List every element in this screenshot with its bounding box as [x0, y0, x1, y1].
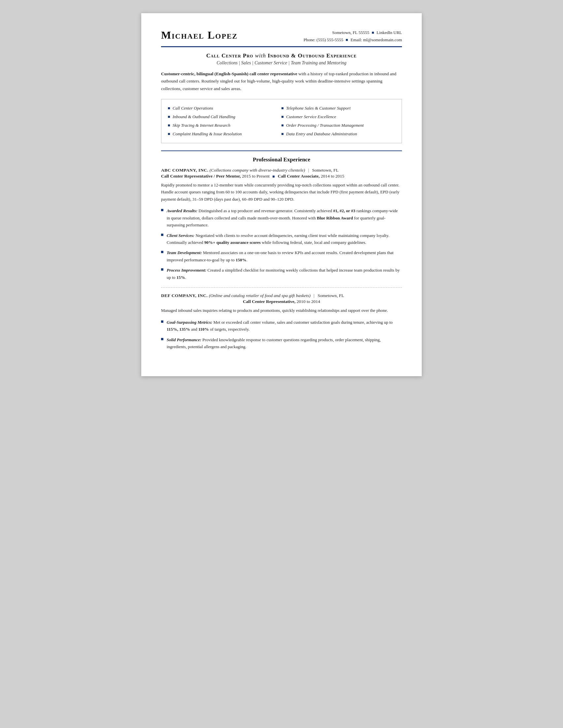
- experience-section-title: Professional Experience: [161, 156, 402, 163]
- company-def-location: Sometown, FL: [317, 293, 344, 298]
- bullet-square-1: [372, 32, 374, 34]
- role2-years: 2014 to 2015: [321, 174, 344, 179]
- role2-title: Call Center Associate,: [278, 174, 320, 179]
- achievement-1-text: Awarded Results: Distinguished as a top …: [167, 207, 402, 228]
- def-achievement-2-text: Solid Performance: Provided knowledgeabl…: [167, 336, 402, 350]
- skills-list-right: Telephone Sales & Customer Support Custo…: [281, 104, 395, 138]
- company-abc: ABC COMPANY, INC. (Collections company w…: [161, 168, 402, 281]
- skill-6: Customer Service Excellence: [281, 113, 395, 121]
- bullet-icon-2: [161, 234, 163, 236]
- title-main2: Inbound & Outbound Experience: [268, 52, 357, 59]
- company-abc-desc: (Collections company with diverse-indust…: [210, 168, 305, 173]
- def-job-desc: Managed inbound sales inquiries relating…: [161, 307, 402, 314]
- bullet-icon-4: [161, 268, 163, 271]
- contact-block: Sometown, FL 55555 LinkedIn URL Phone: (…: [304, 29, 402, 44]
- contact-line-2: Phone: (555) 555-5555 Email: ml@somedoma…: [304, 36, 402, 44]
- company-abc-name: ABC COMPANY, INC.: [161, 168, 209, 173]
- achievement-3: Team Development: Mentored associates on…: [161, 249, 402, 263]
- ach3-bold-italic: Team Development:: [167, 250, 202, 255]
- achievement-4-text: Process Improvement: Created a simplifie…: [167, 267, 402, 281]
- skill-2: Inbound & Outbound Call Handling: [168, 113, 281, 121]
- title-main: Call Center Pro: [206, 52, 253, 59]
- def-ach1-bold-italic: Goal-Surpassing Metrics:: [167, 320, 212, 325]
- def-role1-title: Call Center Representative,: [243, 299, 296, 304]
- company-def: DEF COMPANY, INC. (Online and catalog re…: [161, 293, 402, 350]
- company-def-header: DEF COMPANY, INC. (Online and catalog re…: [161, 293, 402, 298]
- def-achievement-1: Goal-Surpassing Metrics: Met or exceeded…: [161, 319, 402, 333]
- summary-bold: Customer-centric, bilingual (English-Spa…: [161, 71, 297, 76]
- title-with: with: [255, 52, 268, 59]
- skill-8: Data Entry and Database Administration: [281, 130, 395, 138]
- skills-col-left: Call Center Operations Inbound & Outboun…: [168, 104, 281, 138]
- header-rule: [161, 46, 402, 47]
- ach2-bold-italic: Client Services:: [167, 233, 194, 238]
- role1-title: Call Center Representative / Peer Mentor…: [161, 174, 241, 179]
- def-achievement-1-text: Goal-Surpassing Metrics: Met or exceeded…: [167, 319, 402, 333]
- company-def-name: DEF COMPANY, INC.: [161, 293, 208, 298]
- role1-years: 2015 to Present: [242, 174, 270, 179]
- pipe-sep-2: |: [314, 293, 315, 298]
- achievement-4: Process Improvement: Created a simplifie…: [161, 267, 402, 281]
- email: Email: ml@somedomain.com: [350, 36, 402, 44]
- skill-3: Skip Tracing & Internet Research: [168, 121, 281, 130]
- contact-line-1: Sometown, FL 55555 LinkedIn URL: [304, 29, 402, 36]
- summary-section: Customer-centric, bilingual (English-Spa…: [161, 70, 402, 92]
- company-abc-header: ABC COMPANY, INC. (Collections company w…: [161, 168, 402, 173]
- bullet-icon-1: [161, 209, 163, 211]
- bullet-square-2: [346, 39, 348, 41]
- ach4-bold-italic: Process Improvement:: [167, 268, 206, 273]
- resume-page: Michael Lopez Sometown, FL 55555 LinkedI…: [141, 13, 422, 376]
- def-achievement-2: Solid Performance: Provided knowledgeabl…: [161, 336, 402, 350]
- inline-bullet-1: [273, 176, 275, 178]
- skill-1: Call Center Operations: [168, 104, 281, 113]
- name-block: Michael Lopez: [161, 29, 304, 41]
- subtitle-line: Collections | Sales | Customer Service |…: [161, 60, 402, 66]
- bullet-icon-3: [161, 251, 163, 253]
- achievement-1: Awarded Results: Distinguished as a top …: [161, 207, 402, 228]
- main-title: Call Center Pro with Inbound & Outbound …: [161, 52, 402, 59]
- company-abc-location: Sometown, FL: [312, 168, 339, 173]
- candidate-name: Michael Lopez: [161, 29, 304, 41]
- company-def-desc: (Online and catalog retailer of food and…: [209, 293, 311, 298]
- def-ach2-bold-italic: Solid Performance:: [167, 337, 201, 342]
- def-bullet-icon-1: [161, 320, 163, 323]
- achievement-2-text: Client Services: Negotiated with clients…: [167, 232, 402, 246]
- skills-box: Call Center Operations Inbound & Outboun…: [161, 99, 402, 143]
- skill-7: Order Processing / Transaction Managemen…: [281, 121, 395, 130]
- def-bullet-icon-2: [161, 338, 163, 340]
- company-divider: [161, 287, 402, 288]
- job-title-line-abc: Call Center Representative / Peer Mentor…: [161, 174, 402, 179]
- phone: Phone: (555) 555-5555: [304, 36, 344, 44]
- job-title-line-def: Call Center Representative, 2010 to 2014: [161, 299, 402, 304]
- skill-5: Telephone Sales & Customer Support: [281, 104, 395, 113]
- abc-job-desc: Rapidly promoted to mentor a 12-member t…: [161, 182, 402, 203]
- ach1-bold-italic: Awarded Results:: [167, 208, 197, 213]
- skills-col-right: Telephone Sales & Customer Support Custo…: [281, 104, 395, 138]
- achievement-3-text: Team Development: Mentored associates on…: [167, 249, 402, 263]
- header-section: Michael Lopez Sometown, FL 55555 LinkedI…: [161, 29, 402, 44]
- experience-rule: [161, 150, 402, 151]
- skill-4: Complaint Handling & Issue Resolution: [168, 130, 281, 138]
- def-achievements: Goal-Surpassing Metrics: Met or exceeded…: [161, 319, 402, 350]
- abc-achievements: Awarded Results: Distinguished as a top …: [161, 207, 402, 281]
- def-role1-years: 2010 to 2014: [297, 299, 320, 304]
- linkedin: LinkedIn URL: [377, 29, 402, 36]
- skills-list-left: Call Center Operations Inbound & Outboun…: [168, 104, 281, 138]
- city-state: Sometown, FL 55555: [332, 29, 370, 36]
- pipe-sep: |: [308, 168, 309, 173]
- title-section: Call Center Pro with Inbound & Outbound …: [161, 52, 402, 66]
- achievement-2: Client Services: Negotiated with clients…: [161, 232, 402, 246]
